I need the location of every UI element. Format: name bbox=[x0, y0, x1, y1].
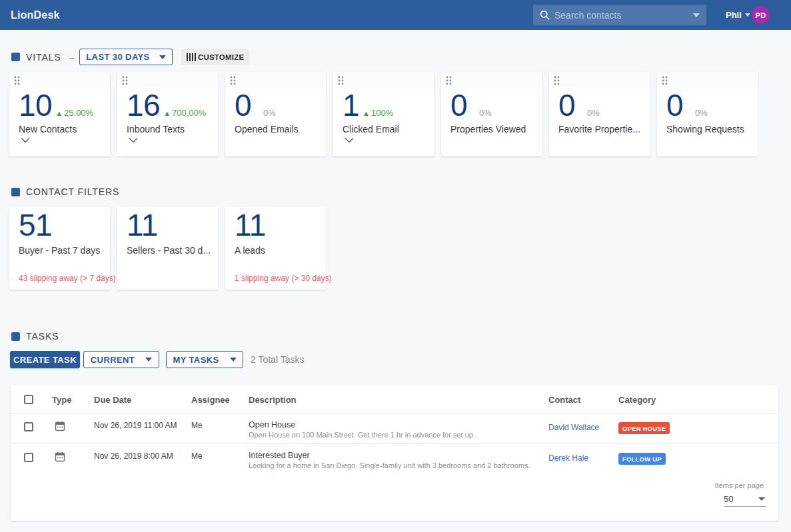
task-status-caret-icon bbox=[145, 358, 152, 362]
contact-search[interactable] bbox=[533, 5, 706, 25]
expand-chevron-icon[interactable] bbox=[129, 138, 138, 143]
vital-value: 0 bbox=[235, 90, 251, 121]
date-range-caret-icon bbox=[159, 55, 166, 59]
contact-filters-section-title: CONTACT FILTERS bbox=[26, 186, 119, 197]
table-header-row: Type Due Date Assignee Description Conta… bbox=[11, 385, 778, 413]
contact-filters-square-icon bbox=[11, 188, 20, 196]
select-all-checkbox[interactable] bbox=[24, 395, 33, 404]
drag-handle-icon[interactable] bbox=[122, 76, 128, 85]
task-owner-caret-icon bbox=[230, 358, 237, 362]
vital-card-inbound-texts: 16 ▲700.00% Inbound Texts bbox=[117, 72, 218, 156]
filter-card-a-leads[interactable]: 11 A leads 1 slipping away (> 30 days) bbox=[225, 207, 326, 290]
task-due-date: Nov 26, 2019 11:00 AM bbox=[94, 413, 191, 430]
expand-chevron-icon[interactable] bbox=[345, 138, 354, 143]
task-contact-link[interactable]: Derek Hale bbox=[548, 453, 588, 463]
task-assignee: Me bbox=[191, 444, 249, 461]
vital-value: 0 bbox=[666, 90, 683, 121]
drag-handle-icon[interactable] bbox=[662, 76, 668, 85]
task-row: Nov 26, 2019 11:00 AM Me Open House Open… bbox=[11, 413, 778, 444]
category-badge[interactable]: FOLLOW UP bbox=[618, 453, 666, 465]
drag-handle-icon[interactable] bbox=[554, 76, 560, 85]
items-per-page-value: 50 bbox=[724, 494, 733, 504]
contact-filters-section-header: CONTACT FILTERS bbox=[11, 187, 119, 196]
search-dropdown-caret-icon[interactable] bbox=[693, 13, 700, 17]
column-header-type: Type bbox=[52, 385, 94, 405]
vital-card-clicked-email: 1 ▲100% Clicked Email bbox=[333, 72, 434, 156]
customize-bars-icon bbox=[187, 53, 196, 61]
customize-button[interactable]: CUSTOMIZE bbox=[181, 49, 249, 65]
vital-change: 0% bbox=[263, 108, 276, 118]
vital-card-properties-viewed: 0 0% Properties Viewed bbox=[441, 72, 542, 156]
task-status-dropdown[interactable]: CURRENT bbox=[83, 351, 159, 368]
calendar-icon bbox=[55, 451, 94, 462]
row-checkbox[interactable] bbox=[24, 453, 33, 462]
column-header-description: Description bbox=[249, 385, 548, 405]
up-arrow-icon: ▲ bbox=[163, 109, 171, 117]
drag-handle-icon[interactable] bbox=[230, 76, 236, 85]
filter-count: 11 bbox=[235, 210, 266, 240]
column-header-assignee: Assignee bbox=[191, 385, 249, 405]
category-badge[interactable]: OPEN HOUSE bbox=[618, 422, 670, 434]
drag-handle-icon[interactable] bbox=[14, 76, 20, 85]
vital-label: Showing Requests bbox=[666, 124, 744, 134]
vital-value: 16 bbox=[127, 90, 160, 121]
vital-card-favorite-properties: 0 0% Favorite Propertie... bbox=[549, 72, 650, 156]
task-title: Open House bbox=[249, 420, 548, 429]
task-row: Nov 26, 2019 8:00 AM Me Interested Buyer… bbox=[11, 444, 778, 475]
filter-label: Buyer - Past 7 days bbox=[19, 245, 100, 256]
vital-change: 0% bbox=[479, 108, 492, 118]
user-caret-icon bbox=[745, 13, 750, 17]
search-input[interactable] bbox=[554, 10, 693, 21]
top-navigation-bar: LionDesk Phil PD bbox=[0, 0, 791, 30]
filter-card-sellers[interactable]: 11 Sellers - Past 30 d... bbox=[117, 207, 218, 290]
filter-card-buyer[interactable]: 51 Buyer - Past 7 days 43 slipping away … bbox=[9, 207, 110, 290]
expand-chevron-icon[interactable] bbox=[21, 138, 30, 143]
task-owner-label: MY TASKS bbox=[173, 355, 219, 365]
task-owner-dropdown[interactable]: MY TASKS bbox=[166, 351, 243, 368]
vitals-square-icon bbox=[11, 53, 20, 61]
user-name: Phil bbox=[726, 10, 742, 20]
date-range-dropdown[interactable]: LAST 30 DAYS bbox=[79, 49, 173, 65]
items-per-page-select[interactable]: 50 bbox=[724, 492, 766, 507]
vital-label: Properties Viewed bbox=[450, 124, 526, 134]
task-description: Open House on 100 Main Street. Get there… bbox=[249, 430, 548, 439]
items-per-page-control: Items per page 50 bbox=[724, 481, 766, 507]
vital-card-new-contacts: 10 ▲25.00% New Contacts bbox=[9, 72, 110, 156]
avatar[interactable]: PD bbox=[752, 6, 770, 24]
tasks-table: Type Due Date Assignee Description Conta… bbox=[11, 385, 778, 521]
up-arrow-icon: ▲ bbox=[55, 109, 63, 117]
vital-value: 0 bbox=[558, 90, 575, 121]
drag-handle-icon[interactable] bbox=[446, 76, 452, 85]
task-title: Interested Buyer bbox=[249, 451, 548, 460]
vitals-collapse-toggle[interactable]: – bbox=[69, 51, 75, 63]
column-header-due-date: Due Date bbox=[94, 385, 191, 405]
drag-handle-icon[interactable] bbox=[338, 76, 344, 85]
vital-change: 100% bbox=[371, 108, 393, 118]
vital-value: 0 bbox=[450, 90, 467, 121]
vital-card-showing-requests: 0 0% Showing Requests bbox=[657, 72, 758, 156]
task-assignee: Me bbox=[191, 413, 249, 430]
vital-change: 25.00% bbox=[64, 108, 93, 118]
vital-label: Inbound Texts bbox=[127, 124, 185, 134]
vitals-cards-row: 10 ▲25.00% New Contacts 16 ▲700.00% Inbo… bbox=[9, 72, 758, 156]
vital-card-opened-emails: 0 0% Opened Emails bbox=[225, 72, 326, 156]
vital-change: 700.00% bbox=[172, 108, 206, 118]
vital-label: Opened Emails bbox=[235, 124, 299, 134]
customize-label: CUSTOMIZE bbox=[198, 53, 244, 61]
task-due-date: Nov 26, 2019 8:00 AM bbox=[94, 444, 191, 461]
column-header-category: Category bbox=[618, 385, 778, 405]
task-description: Looking for a home in San Diego. Single-… bbox=[249, 461, 548, 470]
vital-label: Clicked Email bbox=[343, 124, 399, 134]
items-per-page-caret-icon bbox=[758, 497, 765, 501]
task-status-label: CURRENT bbox=[91, 355, 135, 365]
row-checkbox[interactable] bbox=[24, 422, 33, 431]
task-contact-link[interactable]: David Wallace bbox=[548, 423, 599, 432]
tasks-square-icon bbox=[11, 332, 20, 341]
column-header-contact: Contact bbox=[548, 385, 618, 405]
user-menu[interactable]: Phil bbox=[726, 0, 750, 30]
tasks-section-header: TASKS bbox=[11, 332, 59, 341]
vitals-section-header: VITALS – LAST 30 DAYS CUSTOMIZE bbox=[11, 49, 249, 65]
brand-logo[interactable]: LionDesk bbox=[11, 0, 60, 30]
vital-change: 0% bbox=[695, 108, 708, 118]
create-task-button[interactable]: CREATE TASK bbox=[10, 351, 80, 368]
